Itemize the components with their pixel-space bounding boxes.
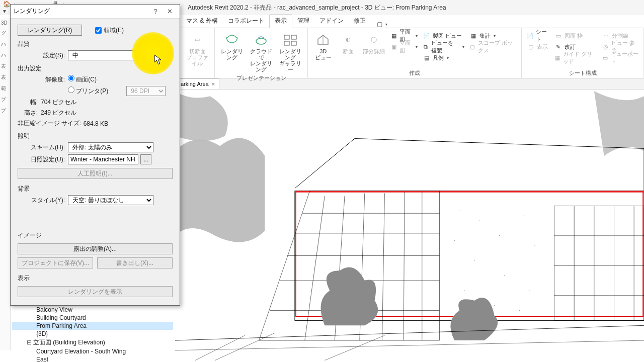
sheet-icon: 📄 (527, 32, 534, 40)
output-section-label: 出力設定 (18, 64, 173, 73)
btn-elev: ▣立面図▾ (389, 41, 420, 52)
artificial-light-button: 人工照明(I)... (18, 168, 173, 179)
btn-section: ◐ 断面 (336, 30, 360, 63)
scope-icon: ▢ (469, 43, 476, 51)
size-label: 非圧縮イメージ サイズ: (18, 119, 82, 128)
btn-section-profile: ▭ 切断面 プロファイル (183, 30, 211, 67)
region-checkbox[interactable]: 領域(E) (95, 26, 124, 35)
browser-node-east[interactable]: East (12, 355, 173, 362)
btn-show: ▢表示 (525, 41, 551, 52)
region-checkbox-input[interactable] (95, 27, 102, 34)
duplicate-icon: ⧉ (423, 43, 429, 51)
sun-browse-button[interactable]: ... (140, 154, 151, 164)
tab-view[interactable]: 表示 (269, 14, 292, 28)
btn-duplicate[interactable]: ⧉ビューを 複製▾ (421, 41, 466, 52)
style-label: スタイル(Y): (18, 196, 68, 205)
browser-node-courtyard[interactable]: Building Courtyard (12, 314, 173, 322)
panel-create: 3D ビュー ◐ 断面 ◯ 部分詳細 ▦平面図▾ ▣立面図▾ 📄製図 ビュー ⧉… (308, 28, 522, 78)
scheme-select[interactable]: 外部: 太陽のみ (68, 142, 153, 152)
btn-gallery[interactable]: レンダリング ギャラリー (276, 30, 304, 73)
svg-point-36 (504, 276, 505, 276)
cloud-teapot-icon (253, 31, 269, 47)
viewref-icon: ◎ (602, 43, 609, 51)
btn-cloud-render[interactable]: クラウドで レンダリング (247, 30, 275, 73)
resolution-label: 解像度: (18, 75, 68, 84)
show-icon: ▢ (527, 43, 535, 51)
svg-point-38 (529, 290, 529, 291)
svg-line-7 (295, 138, 355, 188)
close-tab-icon[interactable]: × (212, 81, 215, 87)
browser-node-parking[interactable]: From Parking Area (12, 322, 173, 330)
tab-collab[interactable]: コラボレート (223, 15, 269, 28)
browser-node-elevations[interactable]: ⊟立面図 (Building Elevation) (12, 338, 173, 347)
btn-3d-view[interactable]: 3D ビュー (311, 30, 335, 63)
browser-node-3d[interactable]: {3D} (12, 330, 173, 338)
properties-hint: 3Dグハハ表表範ププ (0, 18, 11, 350)
svg-line-42 (175, 325, 644, 340)
style-select[interactable]: 天空: 曇りほぼなし (68, 195, 153, 205)
dialog-title: レンダリング (14, 7, 148, 16)
setting-label: 設定(S): (18, 51, 68, 60)
browser-node-balcony[interactable]: Balcony View (12, 306, 173, 314)
res-screen-radio[interactable]: 画面(C) (68, 75, 97, 84)
svg-rect-3 (284, 41, 289, 45)
help-icon[interactable]: ? (148, 8, 163, 15)
revision-icon: ✎ (554, 43, 562, 51)
svg-rect-1 (284, 35, 289, 39)
tab-mass[interactable]: マス & 外構 (181, 15, 223, 28)
svg-point-34 (534, 245, 534, 246)
btn-titleblock: ▭図面 枠 (552, 30, 599, 41)
btn-legend[interactable]: ▤凡例▾ (421, 52, 466, 63)
size-value: 684.8 KB (84, 120, 108, 127)
svg-point-30 (459, 211, 460, 211)
project-browser[interactable]: Balcony View Building Courtyard From Par… (12, 306, 173, 362)
scheme-label: スキーム(H): (18, 143, 68, 152)
collapse-icon[interactable]: ⊟ (26, 339, 32, 346)
export-button: 書き出し(X)... (97, 257, 173, 268)
tab-addin[interactable]: アドイン (314, 15, 349, 28)
svg-line-8 (355, 138, 644, 148)
btn-viewport: ▭ビューポート (600, 52, 640, 63)
view-canvas[interactable] (175, 89, 644, 362)
sun-input[interactable] (68, 154, 138, 164)
render-button[interactable]: レンダリング(R) (18, 25, 82, 36)
svg-point-41 (454, 240, 455, 241)
svg-point-40 (519, 310, 520, 311)
teapot-icon (224, 31, 240, 47)
ribbon-extra[interactable]: ▢▾ (377, 21, 387, 28)
height-value: 249 ピクセル (41, 109, 76, 117)
exposure-button[interactable]: 露出の調整(A)... (18, 243, 173, 254)
height-label: 高さ: (18, 109, 38, 117)
width-value: 704 ピクセル (41, 98, 76, 107)
panel-section: ▭ 切断面 プロファイル (180, 28, 215, 78)
tab-manage[interactable]: 管理 (292, 15, 314, 28)
browser-node-south[interactable]: Courtyard Elevation - South Wing (12, 347, 173, 355)
btn-guide: ▦ガイド グリッド (552, 52, 599, 63)
matchline-icon: ⋯ (602, 32, 610, 40)
close-icon[interactable]: ✕ (163, 8, 177, 15)
svg-rect-2 (291, 35, 296, 39)
svg-point-33 (524, 216, 525, 216)
background-section-label: 背景 (18, 185, 173, 193)
panel-label-presentation: プレゼンテーション (236, 73, 286, 82)
drawing-svg (175, 89, 644, 362)
dialog-titlebar[interactable]: レンダリング ? ✕ (11, 5, 180, 19)
lighting-section-label: 照明 (18, 132, 173, 140)
tab-modify[interactable]: 修正 (349, 15, 371, 28)
display-section-label: 表示 (18, 274, 173, 283)
callout-icon: ◯ (366, 31, 382, 47)
width-label: 幅: (18, 98, 38, 107)
setting-select[interactable]: 中 (68, 50, 153, 60)
view-tab-label: arking Area (181, 81, 209, 87)
res-printer-radio[interactable]: プリンタ(P) (68, 86, 108, 96)
btn-render[interactable]: レンダリング (218, 30, 246, 73)
svg-point-32 (499, 235, 500, 236)
legend-icon: ▤ (423, 54, 431, 62)
svg-point-39 (494, 305, 495, 306)
panel-sheet: 📄シート ▢表示 ▭図面 枠 ✎改訂 ▦ガイド グリッド ⋯分割線 ◎ビュー 参… (522, 28, 644, 78)
show-rendering-button: レンダリングを表示 (18, 286, 173, 297)
guide-icon: ▦ (554, 54, 561, 62)
quality-section-label: 品質 (18, 40, 173, 48)
view-tab-parking[interactable]: arking Area × (176, 78, 219, 89)
btn-sheet[interactable]: 📄シート (525, 30, 551, 41)
